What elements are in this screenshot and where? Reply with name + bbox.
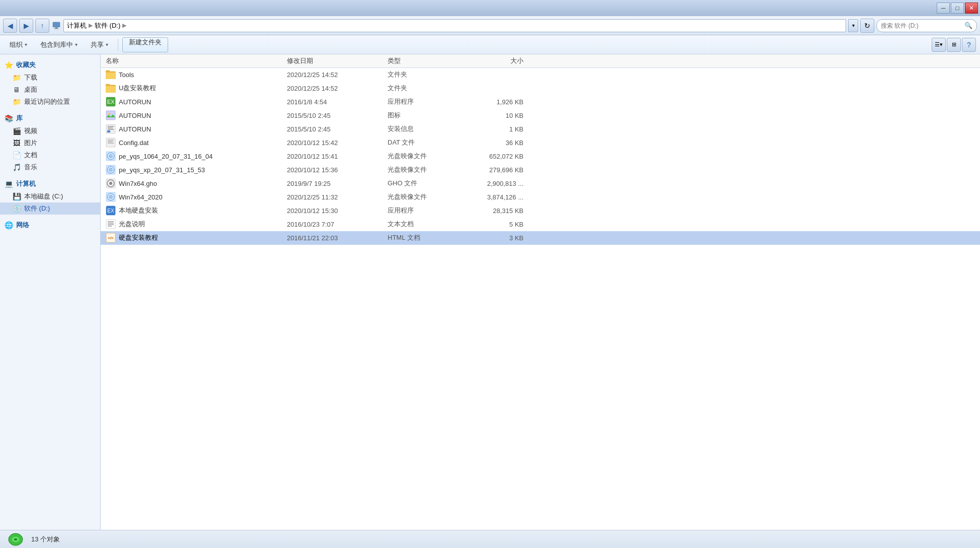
sidebar-item-drive-d[interactable]: 💿 软件 (D:) xyxy=(0,202,100,215)
sidebar-item-drive-c[interactable]: 💾 本地磁盘 (C:) xyxy=(0,190,100,202)
downloads-icon: 📁 xyxy=(12,73,21,82)
sidebar-item-documents[interactable]: 📄 文档 xyxy=(0,149,100,161)
favorites-icon: ⭐ xyxy=(4,60,13,70)
close-button[interactable]: ✕ xyxy=(965,3,978,14)
svg-point-42 xyxy=(14,538,17,540)
file-date-cell: 2019/9/7 19:25 xyxy=(287,180,388,187)
search-box[interactable]: 🔍 xyxy=(876,19,977,32)
maximize-button[interactable]: □ xyxy=(951,3,964,14)
video-label: 视频 xyxy=(24,126,37,135)
column-headers: 名称 修改日期 类型 大小 xyxy=(101,54,980,68)
desktop-label: 桌面 xyxy=(24,85,37,94)
path-part-computer[interactable]: 计算机 xyxy=(67,21,87,30)
sidebar-item-desktop[interactable]: 🖥 桌面 xyxy=(0,84,100,96)
file-date-cell: 2020/10/12 15:30 xyxy=(287,207,388,215)
minimize-button[interactable]: ─ xyxy=(937,3,950,14)
col-header-date[interactable]: 修改日期 xyxy=(287,56,388,65)
table-row[interactable]: Win7x64_2020 2020/12/25 11:32 光盘映像文件 3,8… xyxy=(101,190,980,204)
table-row[interactable]: EX 本地硬盘安装 2020/10/12 15:30 应用程序 28,315 K… xyxy=(101,204,980,218)
view-details-button[interactable]: ⊞ xyxy=(947,38,961,52)
file-type-cell: 安装信息 xyxy=(388,124,468,133)
downloads-label: 下载 xyxy=(24,73,37,82)
favorites-label: 收藏夹 xyxy=(16,60,36,70)
col-header-name[interactable]: 名称 xyxy=(101,56,287,65)
file-name-cell: pe_yqs_xp_20_07_31_15_53 xyxy=(101,165,287,175)
table-row[interactable]: pe_yqs_xp_20_07_31_15_53 2020/10/12 15:3… xyxy=(101,163,980,177)
library-section-label: 库 xyxy=(16,114,23,123)
help-button[interactable]: ? xyxy=(962,38,976,52)
sidebar-item-pictures[interactable]: 🖼 图片 xyxy=(0,137,100,149)
table-row[interactable]: Config.dat 2020/10/12 15:42 DAT 文件 36 KB xyxy=(101,136,980,150)
file-type-icon xyxy=(106,219,116,229)
pictures-label: 图片 xyxy=(24,139,37,148)
path-separator-1: ▶ xyxy=(89,22,93,29)
file-name-cell: U盘安装教程 xyxy=(101,83,287,93)
table-row[interactable]: Win7x64.gho 2019/9/7 19:25 GHO 文件 2,900,… xyxy=(101,177,980,190)
library-dropdown-icon: ▾ xyxy=(75,42,78,47)
sidebar-header-library[interactable]: 📚 库 xyxy=(0,112,100,125)
drive-d-icon: 💿 xyxy=(12,204,21,213)
file-name: pe_yqs_xp_20_07_31_15_53 xyxy=(119,166,205,174)
documents-label: 文档 xyxy=(24,151,37,160)
search-input[interactable] xyxy=(881,22,962,29)
table-row[interactable]: AUTORUN 2015/5/10 2:45 图标 10 KB xyxy=(101,109,980,122)
col-header-type[interactable]: 类型 xyxy=(388,56,468,65)
file-name-cell: Tools xyxy=(101,70,287,80)
documents-icon: 📄 xyxy=(12,151,21,160)
table-row[interactable]: EX AUTORUN 2016/1/8 4:54 应用程序 1,926 KB xyxy=(101,95,980,109)
path-dropdown-button[interactable]: ▾ xyxy=(848,19,858,32)
address-bar: ◀ ▶ ↑ 计算机 ▶ 软件 (D:) ▶ ▾ ↻ 🔍 xyxy=(0,16,980,35)
file-type-icon: EX xyxy=(106,206,116,216)
file-type-cell: 文件夹 xyxy=(388,84,468,93)
sidebar-header-favorites[interactable]: ⭐ 收藏夹 xyxy=(0,58,100,72)
drive-c-label: 本地磁盘 (C:) xyxy=(24,192,63,201)
organize-button[interactable]: 组织 ▾ xyxy=(4,37,33,52)
file-type-cell: 文件夹 xyxy=(388,70,468,79)
file-type-cell: 图标 xyxy=(388,111,468,120)
file-name-cell: </> 硬盘安装教程 xyxy=(101,233,287,243)
table-row[interactable]: 光盘说明 2016/10/23 7:07 文本文档 5 KB xyxy=(101,218,980,231)
file-name-cell: EX AUTORUN xyxy=(101,97,287,107)
search-icon: 🔍 xyxy=(964,22,972,29)
address-path[interactable]: 计算机 ▶ 软件 (D:) ▶ xyxy=(63,19,846,32)
file-type-icon xyxy=(106,83,116,93)
computer-label: 计算机 xyxy=(16,179,36,188)
table-row[interactable]: Tools 2020/12/25 14:52 文件夹 xyxy=(101,68,980,82)
back-button[interactable]: ◀ xyxy=(3,19,17,33)
forward-button[interactable]: ▶ xyxy=(19,19,33,33)
sidebar-item-video[interactable]: 🎬 视频 xyxy=(0,125,100,137)
table-row[interactable]: pe_yqs_1064_20_07_31_16_04 2020/10/12 15… xyxy=(101,150,980,163)
file-date-cell: 2020/10/12 15:36 xyxy=(287,166,388,174)
share-button[interactable]: 共享 ▾ xyxy=(85,37,114,52)
file-size-cell: 3 KB xyxy=(468,234,529,242)
svg-rect-2 xyxy=(54,28,58,29)
main-layout: ⭐ 收藏夹 📁 下载 🖥 桌面 📁 最近访问的位置 📚 库 xyxy=(0,54,980,530)
up-button[interactable]: ↑ xyxy=(35,19,49,33)
recent-icon: 📁 xyxy=(12,97,21,106)
view-toggle-button[interactable]: ☰▾ xyxy=(932,38,946,52)
sidebar-section-library: 📚 库 🎬 视频 🖼 图片 📄 文档 🎵 音乐 xyxy=(0,112,100,173)
sidebar-item-recent[interactable]: 📁 最近访问的位置 xyxy=(0,96,100,108)
file-date-cell: 2016/11/21 22:03 xyxy=(287,234,388,242)
file-type-cell: GHO 文件 xyxy=(388,179,468,188)
sidebar-header-computer[interactable]: 💻 计算机 xyxy=(0,177,100,190)
file-name-cell: AUTORUN xyxy=(101,124,287,134)
table-row[interactable]: U盘安装教程 2020/12/25 14:52 文件夹 xyxy=(101,82,980,95)
table-row[interactable]: </> 硬盘安装教程 2016/11/21 22:03 HTML 文档 3 KB xyxy=(101,231,980,245)
file-size-cell: 36 KB xyxy=(468,139,529,147)
file-name: 光盘说明 xyxy=(119,220,145,229)
recent-label: 最近访问的位置 xyxy=(24,97,70,106)
path-part-drive[interactable]: 软件 (D:) xyxy=(95,21,120,30)
file-name: Config.dat xyxy=(119,139,148,147)
new-folder-button[interactable]: 新建文件夹 xyxy=(122,37,168,52)
library-button[interactable]: 包含到库中 ▾ xyxy=(35,37,83,52)
refresh-button[interactable]: ↻ xyxy=(860,19,874,33)
sidebar-item-downloads[interactable]: 📁 下载 xyxy=(0,72,100,84)
col-header-size[interactable]: 大小 xyxy=(468,56,529,65)
sidebar-header-network[interactable]: 🌐 网络 xyxy=(0,219,100,232)
sidebar-item-music[interactable]: 🎵 音乐 xyxy=(0,161,100,173)
file-type-icon xyxy=(106,165,116,175)
title-bar: ─ □ ✕ xyxy=(0,0,980,16)
table-row[interactable]: AUTORUN 2015/5/10 2:45 安装信息 1 KB xyxy=(101,122,980,136)
view-controls: ☰▾ ⊞ ? xyxy=(932,38,976,52)
